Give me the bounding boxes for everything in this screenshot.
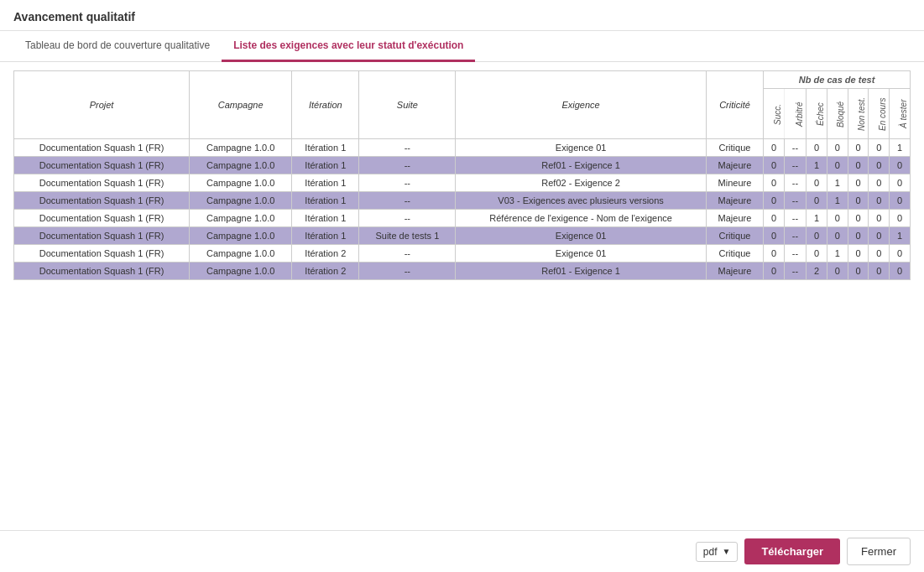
table-row: Documentation Squash 1 (FR)Campagne 1.0.… [14, 227, 911, 245]
nb-cas-header: Nb de cas de test [764, 71, 911, 89]
pdf-label: pdf [703, 546, 718, 558]
table-wrapper[interactable]: Projet Campagne Itération Suite Exigence… [0, 62, 924, 530]
table-row: Documentation Squash 1 (FR)Campagne 1.0.… [14, 139, 911, 157]
col-succ: Succ. [764, 89, 785, 139]
table-row: Documentation Squash 1 (FR)Campagne 1.0.… [14, 192, 911, 210]
col-suite: Suite [359, 71, 456, 139]
col-echec: Échec [807, 89, 827, 139]
fermer-button[interactable]: Fermer [847, 538, 911, 565]
main-table: Projet Campagne Itération Suite Exigence… [13, 70, 911, 280]
tab-tableau[interactable]: Tableau de bord de couverture qualitativ… [13, 31, 222, 62]
col-a-tester: À tester [890, 89, 911, 139]
table-row: Documentation Squash 1 (FR)Campagne 1.0.… [14, 263, 911, 280]
table-row: Documentation Squash 1 (FR)Campagne 1.0.… [14, 174, 911, 192]
chevron-down-icon: ▼ [723, 547, 731, 556]
page-title: Avancement qualitatif [0, 0, 924, 31]
footer-bar: pdf ▼ Télécharger Fermer [0, 530, 924, 572]
content-area: Projet Campagne Itération Suite Exigence… [0, 62, 924, 572]
table-row: Documentation Squash 1 (FR)Campagne 1.0.… [14, 245, 911, 263]
telecharger-button[interactable]: Télécharger [744, 538, 840, 564]
col-criticite: Criticité [706, 71, 763, 139]
col-bloque: Bloqué [827, 89, 848, 139]
table-row: Documentation Squash 1 (FR)Campagne 1.0.… [14, 157, 911, 174]
tabs-bar: Tableau de bord de couverture qualitativ… [0, 31, 924, 62]
col-non-test: Non test. [848, 89, 869, 139]
tab-liste[interactable]: Liste des exigences avec leur statut d'e… [222, 31, 475, 62]
col-exigence: Exigence [456, 71, 706, 139]
page-container: Avancement qualitatif Tableau de bord de… [0, 0, 924, 572]
col-campagne: Campagne [190, 71, 292, 139]
col-en-cours: En cours [869, 89, 890, 139]
table-row: Documentation Squash 1 (FR)Campagne 1.0.… [14, 210, 911, 227]
pdf-select[interactable]: pdf ▼ [696, 542, 739, 562]
col-arbitre: Arbitré [784, 89, 806, 139]
col-projet: Projet [14, 71, 190, 139]
col-iteration: Itération [292, 71, 359, 139]
